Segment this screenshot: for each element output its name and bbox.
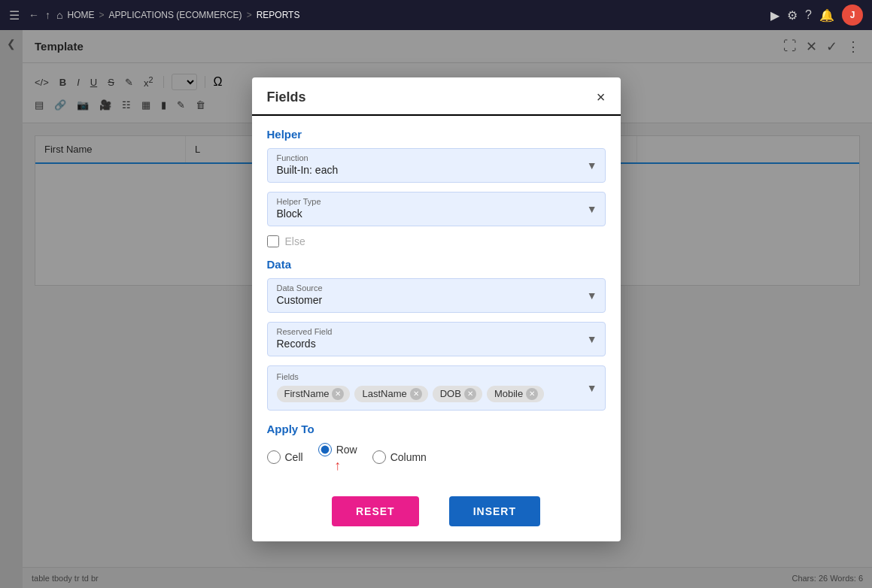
field-tag-mobile: Mobile ✕ — [487, 386, 544, 402]
modal-footer: RESET INSERT — [252, 484, 621, 541]
function-select[interactable]: Built-In: each — [268, 162, 605, 182]
fields-tags: FirstName ✕ LastName ✕ DOB ✕ — [277, 386, 596, 402]
up-arrow-icon[interactable]: ↑ — [45, 9, 50, 21]
radio-cell-input[interactable] — [267, 450, 281, 464]
radio-column-label: Column — [390, 451, 427, 463]
radio-row-label: Row — [336, 444, 357, 456]
radio-column[interactable]: Column — [372, 450, 427, 464]
notification-icon[interactable]: 🔔 — [819, 8, 834, 23]
else-label: Else — [285, 235, 305, 247]
radio-row[interactable]: Row — [318, 443, 357, 456]
field-tag-firstname: FirstName ✕ — [277, 386, 351, 402]
modal-header: Fields × — [252, 77, 621, 116]
back-arrow-icon[interactable]: ← — [29, 9, 39, 21]
row-arrow-indicator-icon: ↑ — [334, 458, 341, 474]
radio-cell-label: Cell — [285, 451, 303, 463]
fields-wrapper[interactable]: Fields FirstName ✕ LastName ✕ DO — [267, 365, 606, 411]
fields-dropdown-arrow-icon[interactable]: ▼ — [587, 382, 597, 394]
data-source-select[interactable]: Customer — [268, 292, 605, 312]
radio-cell[interactable]: Cell — [267, 450, 303, 464]
editor-container: ❮ Template ⛶ ✕ ✓ ⋮ </> B I U S ✎ x2 — [0, 30, 872, 588]
apply-to-section: Apply To Cell Row ↑ — [267, 423, 606, 472]
modal-title: Fields — [267, 89, 306, 105]
avatar[interactable]: J — [842, 5, 863, 26]
hamburger-icon[interactable]: ☰ — [9, 8, 20, 23]
home-icon[interactable]: ⌂ — [56, 9, 62, 21]
fields-group: Fields FirstName ✕ LastName ✕ DO — [267, 365, 606, 411]
data-source-group: Data Source Customer ▼ — [267, 278, 606, 313]
else-row: Else — [267, 235, 606, 247]
insert-button[interactable]: INSERT — [449, 496, 540, 526]
reset-button[interactable]: RESET — [332, 496, 419, 526]
apply-to-label: Apply To — [267, 423, 606, 435]
breadcrumb-home[interactable]: HOME — [67, 10, 94, 20]
remove-firstname-btn[interactable]: ✕ — [332, 388, 344, 400]
play-icon[interactable]: ▶ — [770, 8, 779, 23]
data-source-label: Data Source — [268, 279, 605, 292]
radio-column-input[interactable] — [372, 450, 386, 464]
modal-body: Helper Function Built-In: each ▼ Helper … — [252, 116, 621, 484]
help-icon[interactable]: ? — [805, 8, 812, 22]
modal-overlay: Fields × Helper Function Built-In: each … — [0, 30, 872, 588]
helper-section-label: Helper — [267, 128, 606, 141]
field-tag-dob: DOB ✕ — [433, 386, 482, 402]
top-nav: ☰ ← ↑ ⌂ HOME > APPLICATIONS (ECOMMERCE) … — [0, 0, 872, 30]
data-section-label: Data — [267, 258, 606, 271]
remove-mobile-btn[interactable]: ✕ — [526, 388, 538, 400]
reserved-field-select[interactable]: Records — [268, 336, 605, 356]
function-label: Function — [268, 149, 605, 162]
breadcrumb-applications[interactable]: APPLICATIONS (ECOMMERCE) — [108, 10, 242, 20]
else-checkbox[interactable] — [267, 235, 279, 247]
modal-close-btn[interactable]: × — [597, 89, 606, 105]
nav-actions: ▶ ⚙ ? 🔔 J — [770, 5, 863, 26]
helper-type-group: Helper Type Block ▼ — [267, 192, 606, 226]
function-select-wrapper: Function Built-In: each ▼ — [267, 148, 606, 183]
remove-dob-btn[interactable]: ✕ — [464, 388, 476, 400]
reserved-field-select-wrapper: Reserved Field Records ▼ — [267, 322, 606, 356]
reserved-field-label: Reserved Field — [268, 323, 605, 336]
data-source-select-wrapper: Data Source Customer ▼ — [267, 278, 606, 313]
function-group: Function Built-In: each ▼ — [267, 148, 606, 183]
settings-icon[interactable]: ⚙ — [787, 8, 798, 23]
fields-label: Fields — [277, 372, 596, 381]
helper-type-label: Helper Type — [268, 192, 605, 206]
field-tag-lastname: LastName ✕ — [354, 386, 427, 402]
radio-row-input[interactable] — [318, 443, 332, 456]
radio-group: Cell Row ↑ Column — [267, 443, 606, 472]
fields-modal: Fields × Helper Function Built-In: each … — [252, 77, 621, 541]
breadcrumb: ⌂ HOME > APPLICATIONS (ECOMMERCE) > REPO… — [56, 9, 764, 21]
helper-type-select-wrapper: Helper Type Block ▼ — [267, 192, 606, 226]
helper-type-select[interactable]: Block — [268, 206, 605, 226]
reserved-field-group: Reserved Field Records ▼ — [267, 322, 606, 356]
breadcrumb-reports[interactable]: REPORTS — [257, 10, 300, 20]
remove-lastname-btn[interactable]: ✕ — [410, 388, 422, 400]
